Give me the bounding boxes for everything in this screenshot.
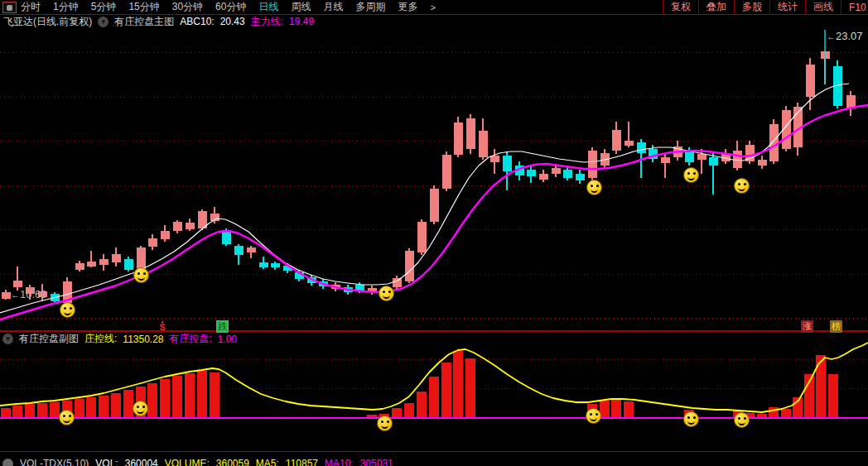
smiley-signal-icon — [60, 302, 75, 318]
vol-indicator-name[interactable]: VOL-TDX(5,10) — [20, 458, 89, 466]
menu-item-timeframe[interactable]: 15分钟 — [128, 0, 159, 14]
chevron-down-icon[interactable]: ▾ — [2, 334, 13, 344]
board-tag[interactable]: 榜 — [830, 320, 842, 333]
zk-line-label: 庄控线: — [84, 332, 117, 346]
timeframe-menu: 分时1分钟5分钟15分钟30分钟60分钟日线周线月线多周期更多> — [21, 0, 436, 14]
menu-item-timeframe[interactable]: 月线 — [323, 0, 343, 14]
smiley-signal-icon — [133, 267, 149, 283]
rise-tag[interactable]: 涨 — [801, 320, 813, 333]
tools-menu: 复权叠加多股统计画线F10标记 — [663, 0, 868, 14]
smiley-signal-icon — [586, 180, 602, 195]
arrow-left-icon: ← — [827, 31, 836, 41]
main-indicator-name[interactable]: 有庄控盘主图 — [114, 15, 174, 29]
menu-item-tool[interactable]: F10 — [841, 0, 868, 14]
more-arrow-icon[interactable]: > — [430, 2, 435, 12]
ma10-value: 305031 — [360, 458, 393, 466]
abc10-label: ABC10: — [180, 16, 214, 27]
volume-value: 360059 — [216, 458, 249, 466]
chevron-down-icon[interactable]: ▾ — [98, 17, 108, 27]
menu-item-tool[interactable]: 统计 — [769, 0, 805, 14]
menu-item-tool[interactable]: 多股 — [734, 0, 769, 14]
stock-title: 飞亚达(日线.前复权) — [3, 15, 92, 29]
indicator-lines — [0, 0, 868, 466]
vol-value: 360004 — [125, 458, 158, 466]
yz-label: 有庄控盘: — [170, 332, 212, 346]
sell-signal-marker: ▲S — [157, 319, 167, 332]
smiley-signal-icon — [734, 412, 750, 428]
arrow-left-icon: ← — [11, 290, 20, 300]
main-line-label: 主力线: — [251, 15, 283, 29]
zk-yellow-line — [0, 343, 868, 412]
zk-line-value: 11350.28 — [123, 334, 163, 345]
vol-label: VOL: — [95, 458, 118, 466]
menu-item-timeframe[interactable]: 更多 — [398, 0, 417, 14]
low-price-label: ←10.68 — [11, 288, 47, 300]
menu-item-timeframe[interactable]: 多周期 — [355, 0, 385, 14]
menu-item-tool[interactable]: 画线 — [805, 0, 841, 14]
sub-indicator-name[interactable]: 有庄控盘副图 — [19, 332, 79, 346]
volume-label: VOLUME: — [165, 458, 210, 466]
smiley-signal-icon — [586, 408, 601, 424]
chart-title-row: 飞亚达(日线.前复权) ▾ 有庄控盘主图 ABC10: 20.43 主力线: 1… — [3, 15, 314, 28]
menu-item-timeframe[interactable]: 周线 — [291, 0, 311, 14]
menu-item-active[interactable]: 日线 — [258, 0, 278, 14]
smiley-signal-icon — [377, 416, 393, 431]
menu-item-timeframe[interactable]: 60分钟 — [215, 0, 246, 14]
volume-panel-header: VOL-TDX(5,10) VOL: 360004 VOLUME: 360059… — [2, 455, 393, 466]
menu-item-timeframe[interactable]: 分时 — [21, 0, 41, 14]
main-line-value: 19.49 — [289, 16, 314, 27]
main-force-line — [0, 105, 868, 319]
sub-panel-header: ▾ 有庄控盘副图 庄控线: 11350.28 有庄控盘: 1.00 — [2, 333, 237, 345]
menu-item-tool[interactable]: 复权 — [663, 0, 698, 14]
menu-item-timeframe[interactable]: 30分钟 — [172, 0, 203, 14]
smiley-signal-icon — [133, 401, 148, 416]
menu-item-timeframe[interactable]: 5分钟 — [91, 0, 117, 14]
menu-item-tool[interactable]: 叠加 — [698, 0, 734, 14]
app-window-icon[interactable] — [2, 2, 17, 13]
trading-terminal-window: 分时1分钟5分钟15分钟30分钟60分钟日线周线月线多周期更多> 复权叠加多股统… — [0, 0, 868, 466]
yz-value: 1.00 — [218, 334, 237, 345]
ma10-label: MA10: — [325, 458, 354, 466]
smiley-signal-icon — [59, 410, 75, 425]
fall-tag[interactable]: 跌 — [216, 320, 229, 333]
smiley-signal-icon — [683, 411, 699, 427]
ma5-label: MA5: — [256, 458, 279, 466]
menu-item-timeframe[interactable]: 1分钟 — [53, 0, 79, 14]
smiley-signal-icon — [379, 286, 394, 301]
abc10-line — [0, 84, 849, 313]
abc10-value: 20.43 — [220, 16, 245, 27]
ma5-value: 110857 — [286, 458, 318, 466]
chart-layer — [0, 0, 868, 466]
smiley-signal-icon — [734, 178, 750, 194]
collapse-circle-icon[interactable] — [2, 459, 13, 466]
high-price-label: ←23.07 — [827, 30, 863, 42]
smiley-signal-icon — [683, 167, 699, 183]
menu-bar: 分时1分钟5分钟15分钟30分钟60分钟日线周线月线多周期更多> 复权叠加多股统… — [0, 0, 868, 15]
